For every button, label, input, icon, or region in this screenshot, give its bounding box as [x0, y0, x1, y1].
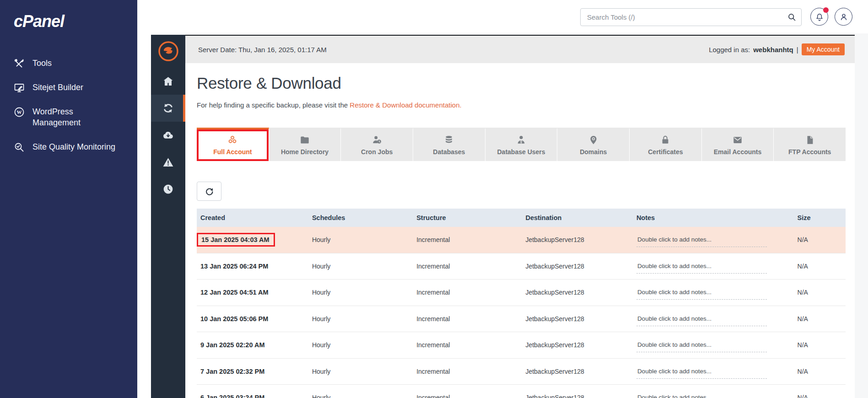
created-value: 9 Jan 2025 02:20 AM	[200, 341, 265, 349]
cell-structure: Incremental	[413, 341, 522, 349]
monitor-pen-icon	[14, 82, 25, 93]
sidebar-item-tools[interactable]: Tools	[0, 51, 137, 75]
table-row[interactable]: 12 Jan 2025 04:51 AM Hourly Incremental …	[197, 280, 846, 306]
table-row[interactable]: 6 Jan 2025 03:24 PM Hourly Incremental J…	[197, 385, 846, 398]
my-account-button[interactable]: My Account	[802, 43, 845, 55]
notes-placeholder[interactable]: Double click to add notes...	[636, 285, 767, 300]
cell-notes[interactable]: Double click to add notes...	[633, 259, 794, 274]
cell-structure: Incremental	[413, 289, 522, 296]
cell-structure: Incremental	[413, 315, 522, 323]
notes-placeholder[interactable]: Double click to add notes...	[636, 364, 767, 379]
cell-schedules: Hourly	[308, 394, 413, 398]
cell-created: 12 Jan 2025 04:51 AM	[197, 289, 308, 296]
rail-item-alerts[interactable]	[151, 149, 185, 176]
cell-notes[interactable]: Double click to add notes...	[633, 285, 794, 300]
table-row[interactable]: 15 Jan 2025 04:03 AM Hourly Incremental …	[197, 227, 846, 253]
search-icon[interactable]	[787, 12, 797, 22]
account-button[interactable]	[835, 8, 852, 26]
tab-label: Database Users	[497, 148, 545, 156]
table-row[interactable]: 9 Jan 2025 02:20 AM Hourly Incremental J…	[197, 332, 846, 359]
cell-destination: JetbackupServer128	[522, 263, 632, 270]
jetbackup-logo[interactable]	[151, 35, 185, 65]
rail-item-restore[interactable]	[151, 95, 185, 122]
cell-structure: Incremental	[413, 394, 522, 398]
user-clock-icon	[372, 135, 382, 145]
cell-schedules: Hourly	[308, 236, 413, 243]
sync-icon	[162, 102, 174, 114]
user-icon	[839, 12, 848, 22]
bell-icon	[815, 12, 824, 22]
clock-icon	[162, 183, 174, 195]
login-box: Logged in as: webkhanhtq | My Account	[709, 43, 845, 55]
notes-placeholder[interactable]: Double click to add notes...	[636, 390, 767, 398]
cell-notes[interactable]: Double click to add notes...	[633, 338, 794, 352]
cell-notes[interactable]: Double click to add notes...	[633, 312, 794, 326]
rail-item-home[interactable]	[151, 68, 185, 95]
documentation-link[interactable]: Restore & Download documentation.	[350, 101, 461, 109]
envelope-icon	[733, 135, 743, 145]
tab-label: Domains	[580, 148, 607, 156]
cell-size: N/A	[794, 263, 846, 270]
notes-placeholder[interactable]: Double click to add notes...	[636, 232, 767, 247]
refresh-button[interactable]	[197, 182, 221, 201]
column-header-schedules[interactable]: Schedules	[308, 214, 413, 221]
notes-placeholder[interactable]: Double click to add notes...	[636, 259, 767, 274]
column-header-structure[interactable]: Structure	[413, 214, 522, 221]
search-input[interactable]	[580, 8, 802, 26]
tab-database-users[interactable]: Database Users	[485, 128, 558, 161]
column-header-size[interactable]: Size	[794, 214, 846, 221]
tab-label: Home Directory	[281, 148, 329, 156]
tab-full-account[interactable]: Full Account	[197, 128, 269, 161]
cell-created: 9 Jan 2025 02:20 AM	[197, 341, 308, 349]
cell-created: 15 Jan 2025 04:03 AM	[197, 233, 308, 247]
cell-notes[interactable]: Double click to add notes...	[633, 232, 794, 247]
column-header-created[interactable]: Created	[197, 214, 308, 221]
tab-email-accounts[interactable]: Email Accounts	[702, 128, 774, 161]
column-header-notes[interactable]: Notes	[633, 214, 794, 221]
tab-home-directory[interactable]: Home Directory	[269, 128, 341, 161]
tab-label: Cron Jobs	[361, 148, 393, 156]
cell-created: 7 Jan 2025 02:32 PM	[197, 368, 308, 375]
table-row[interactable]: 13 Jan 2025 06:24 PM Hourly Incremental …	[197, 253, 846, 280]
cell-destination: JetbackupServer128	[522, 289, 632, 296]
magnifier-check-icon	[14, 142, 25, 153]
cell-notes[interactable]: Double click to add notes...	[633, 390, 794, 398]
logged-in-label: Logged in as:	[709, 46, 750, 54]
cell-size: N/A	[794, 394, 846, 398]
rail-item-queue[interactable]	[151, 176, 185, 203]
cell-schedules: Hourly	[308, 341, 413, 349]
table-row[interactable]: 10 Jan 2025 05:06 PM Hourly Incremental …	[197, 306, 846, 333]
tab-databases[interactable]: Databases	[413, 128, 485, 161]
sidebar-nav: Tools Sitejet Builder W WordPress Manage…	[0, 51, 137, 159]
cell-schedules: Hourly	[308, 289, 413, 296]
created-value: 12 Jan 2025 04:51 AM	[200, 289, 269, 296]
tab-label: FTP Accounts	[788, 148, 831, 156]
notifications-button[interactable]	[810, 8, 828, 26]
annotation-box-date: 15 Jan 2025 04:03 AM	[197, 233, 275, 247]
tab-ftp-accounts[interactable]: FTP Accounts	[774, 128, 846, 161]
tab-cron-jobs[interactable]: Cron Jobs	[341, 128, 413, 161]
folder-icon	[300, 135, 310, 145]
cell-size: N/A	[794, 341, 846, 349]
table-row[interactable]: 7 Jan 2025 02:32 PM Hourly Incremental J…	[197, 359, 846, 385]
table-header: Created Schedules Structure Destination …	[197, 209, 846, 227]
rail-item-downloads[interactable]	[151, 122, 185, 149]
help-text: For help finding a specific backup, plea…	[197, 101, 846, 109]
sidebar-item-site-quality-monitoring[interactable]: Site Quality Monitoring	[0, 135, 137, 159]
cloud-download-icon	[162, 129, 174, 141]
tab-domains[interactable]: Domains	[557, 128, 630, 161]
cell-notes[interactable]: Double click to add notes...	[633, 364, 794, 379]
sidebar-item-wordpress-management[interactable]: W WordPress Management	[0, 100, 137, 135]
page-content: Restore & Download For help finding a sp…	[185, 74, 855, 398]
notes-placeholder[interactable]: Double click to add notes...	[636, 312, 767, 326]
tab-label: Full Account	[213, 148, 252, 156]
notes-placeholder[interactable]: Double click to add notes...	[636, 338, 767, 352]
cell-schedules: Hourly	[308, 315, 413, 323]
sidebar-item-sitejet-builder[interactable]: Sitejet Builder	[0, 75, 137, 100]
lock-icon	[660, 135, 670, 145]
tab-certificates[interactable]: Certificates	[630, 128, 702, 161]
svg-text:W: W	[17, 109, 22, 115]
cell-size: N/A	[794, 368, 846, 375]
column-header-destination[interactable]: Destination	[522, 214, 632, 221]
tools-icon	[14, 58, 25, 69]
